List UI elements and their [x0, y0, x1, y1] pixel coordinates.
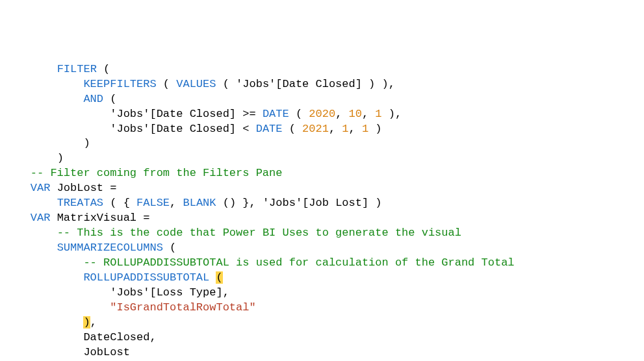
code-line: -- Filter coming from the Filters Pane: [4, 167, 282, 179]
code-line: 'Jobs'[Loss Type],: [4, 286, 229, 299]
code-line: ),: [4, 316, 97, 329]
code-line: FILTER (: [4, 63, 110, 75]
code-line: ): [4, 152, 64, 164]
code-line: AND (: [4, 93, 116, 105]
highlighted-open-paren: (: [216, 271, 222, 284]
code-line: ROLLUPADDISSUBTOTAL (: [4, 271, 223, 284]
code-line: ): [4, 137, 90, 149]
code-line: SUMMARIZECOLUMNS (: [4, 242, 176, 254]
code-line: VAR MatrixVisual =: [4, 212, 149, 224]
code-line: JobLost: [4, 346, 130, 358]
code-line: TREATAS ( { FALSE, BLANK () }, 'Jobs'[Jo…: [4, 197, 382, 209]
code-line: DateClosed,: [4, 331, 157, 343]
code-line: KEEPFILTERS ( VALUES ( 'Jobs'[Date Close…: [4, 78, 395, 90]
code-line: -- ROLLUPADDISSUBTOTAL is used for calcu…: [4, 256, 515, 269]
code-line: "IsGrandTotalRowTotal": [4, 301, 256, 314]
code-line: -- This is the code that Power BI Uses t…: [4, 227, 461, 239]
code-editor[interactable]: FILTER ( KEEPFILTERS ( VALUES ( 'Jobs'[D…: [4, 62, 640, 361]
highlighted-close-paren: ): [83, 316, 90, 329]
code-line: 'Jobs'[Date Closed] >= DATE ( 2020, 10, …: [4, 108, 402, 120]
code-line: 'Jobs'[Date Closed] < DATE ( 2021, 1, 1 …: [4, 123, 382, 135]
code-line: VAR JobLost =: [4, 182, 116, 194]
